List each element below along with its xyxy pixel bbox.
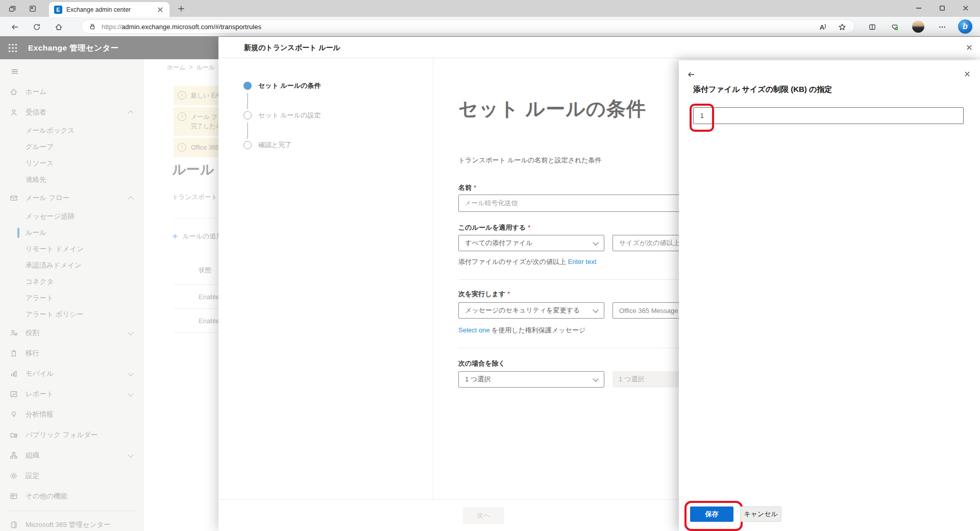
window-close-button[interactable] bbox=[957, 1, 975, 16]
mail-icon bbox=[10, 194, 18, 202]
wizard-step-3[interactable]: 確認と完了 bbox=[243, 141, 291, 149]
sidebar-item-recipients[interactable]: 受信者 bbox=[0, 102, 144, 123]
sidebar-item-resources[interactable]: リソース bbox=[0, 155, 144, 172]
info-icon: i bbox=[178, 91, 186, 100]
hamburger-menu-icon[interactable] bbox=[9, 66, 20, 77]
sidebar-item-label: 役割 bbox=[26, 328, 39, 337]
page-title: ルール bbox=[172, 160, 214, 179]
refresh-button[interactable] bbox=[30, 20, 43, 34]
sidebar-item-label: コネクタ bbox=[26, 277, 54, 286]
sidebar-item-roles[interactable]: 役割 bbox=[0, 323, 144, 343]
table-row[interactable]: Enable bbox=[174, 308, 218, 333]
reports-icon bbox=[10, 390, 18, 398]
back-button[interactable] bbox=[8, 20, 21, 34]
breadcrumb-home[interactable]: ホーム bbox=[167, 64, 186, 71]
url-text[interactable]: https://admin.exchange.microsoft.com/#/t… bbox=[102, 23, 261, 31]
next-button[interactable]: 次へ bbox=[463, 507, 504, 524]
cancel-button[interactable]: キャンセル bbox=[740, 506, 781, 522]
sidebar-item-m365-admin-center[interactable]: Microsoft 365 管理センター bbox=[0, 515, 144, 531]
window-minimize-button[interactable] bbox=[910, 1, 928, 16]
bing-copilot-icon[interactable]: b bbox=[958, 19, 972, 34]
select-one-link[interactable]: Select one bbox=[458, 326, 489, 334]
panel-back-arrow-icon[interactable] bbox=[685, 68, 697, 81]
sidebar-item-label: モバイル bbox=[26, 369, 54, 378]
sidebar-item-mail-flow[interactable]: メール フロー bbox=[0, 188, 144, 208]
settings-more-icon[interactable] bbox=[935, 20, 949, 34]
sidebar-item-accepted-domains[interactable]: 承認済みドメイン bbox=[0, 257, 144, 274]
alert-text: 新しい EAC で bbox=[191, 91, 218, 100]
sidebar-item-insights[interactable]: 分析情報 bbox=[0, 404, 144, 425]
split-screen-icon[interactable] bbox=[865, 20, 879, 34]
alert-banner-2: iメール フロー ル完了したら、E bbox=[174, 107, 218, 136]
chevron-down-icon bbox=[128, 370, 133, 376]
action-select[interactable]: メッセージのセキュリティを変更する bbox=[458, 302, 604, 319]
sidebar-item-groups[interactable]: グループ bbox=[0, 139, 144, 155]
enter-text-link[interactable]: Enter text bbox=[568, 258, 597, 266]
step-indicator bbox=[243, 111, 252, 119]
sidebar-item-label: ルール bbox=[26, 228, 46, 237]
sidebar-item-alerts[interactable]: アラート bbox=[0, 290, 144, 306]
sidebar-item-contacts[interactable]: 連絡先 bbox=[0, 172, 144, 188]
chevron-down-icon bbox=[593, 239, 598, 245]
apply-rule-label: このルールを適用する* bbox=[458, 223, 530, 232]
tab-actions-icon[interactable] bbox=[26, 2, 39, 15]
wizard-description: トランスポート ルールの名前と設定された条件 bbox=[458, 156, 602, 165]
sidebar-item-label: レポート bbox=[26, 390, 54, 399]
sidebar-item-public-folders[interactable]: パブリック フォルダー bbox=[0, 425, 144, 445]
table-row[interactable]: Enable bbox=[174, 284, 218, 308]
sidebar-item-message-trace[interactable]: メッセージ追跡 bbox=[0, 208, 144, 225]
new-tab-button[interactable] bbox=[174, 2, 188, 15]
panel-close-icon[interactable] bbox=[962, 68, 973, 80]
add-rule-button[interactable]: + ルールの追加 bbox=[172, 229, 218, 244]
wizard-step-2[interactable]: セット ルールの設定 bbox=[243, 111, 321, 119]
browser-home-button[interactable] bbox=[52, 20, 65, 34]
address-bar[interactable]: https://admin.exchange.microsoft.com/#/t… bbox=[81, 19, 855, 34]
sidebar-item-rules[interactable]: ルール bbox=[0, 225, 144, 241]
sidebar-item-label: ホーム bbox=[26, 87, 46, 96]
sidebar-item-settings[interactable]: 設定 bbox=[0, 466, 144, 486]
step-label: セット ルールの条件 bbox=[258, 81, 321, 90]
app-launcher-waffle-icon[interactable] bbox=[6, 41, 19, 54]
sidebar-item-label: メール フロー bbox=[26, 194, 69, 203]
apply-condition-select[interactable]: すべての添付ファイル bbox=[458, 235, 604, 251]
panel-title: 添付ファイル サイズの制限 (KB) の指定 bbox=[693, 85, 832, 94]
dialog-close-icon[interactable] bbox=[964, 42, 975, 53]
sidebar-item-alert-policies[interactable]: アラート ポリシー bbox=[0, 306, 144, 323]
folder-icon bbox=[10, 431, 18, 439]
browser-essentials-icon[interactable] bbox=[888, 20, 901, 34]
tab-close-icon[interactable] bbox=[156, 6, 164, 14]
alert-banner-3: iOffice 365 メ bbox=[174, 138, 218, 157]
workspaces-icon[interactable] bbox=[5, 2, 19, 15]
sidebar-item-label: 設定 bbox=[26, 471, 39, 480]
sidebar-item-mobile[interactable]: モバイル bbox=[0, 364, 144, 384]
sidebar-item-label: リモート ドメイン bbox=[26, 245, 84, 254]
sidebar-item-home[interactable]: ホーム bbox=[0, 82, 144, 102]
sidebar-item-label: アラート bbox=[26, 294, 54, 303]
window-maximize-button[interactable] bbox=[933, 1, 951, 16]
except-select[interactable]: 1 つ選択 bbox=[458, 371, 604, 388]
breadcrumb: ホーム>ルール bbox=[167, 63, 215, 72]
required-asterisk: * bbox=[528, 224, 530, 231]
sidebar-item-organization[interactable]: 組織 bbox=[0, 445, 144, 466]
wizard-step-1[interactable]: セット ルールの条件 bbox=[243, 82, 321, 90]
selected-indicator bbox=[17, 228, 19, 238]
profile-avatar[interactable] bbox=[912, 20, 924, 33]
rule-status: Enable bbox=[199, 317, 218, 325]
sidebar-item-mailboxes[interactable]: メールボックス bbox=[0, 123, 144, 139]
page-content: ホーム>ルール i新しい EAC でiメール フロー ル完了したら、EiOffi… bbox=[144, 59, 218, 531]
sidebar-item-remote-domains[interactable]: リモート ドメイン bbox=[0, 241, 144, 257]
sidebar-item-reports[interactable]: レポート bbox=[0, 384, 144, 404]
org-icon bbox=[10, 451, 18, 460]
size-limit-input[interactable]: 1 bbox=[693, 107, 964, 124]
sidebar-item-other-features[interactable]: その他の機能 bbox=[0, 486, 144, 506]
save-button[interactable]: 保存 bbox=[690, 506, 733, 522]
browser-tab[interactable]: E Exchange admin center bbox=[49, 2, 169, 17]
read-aloud-icon[interactable]: A) bbox=[817, 21, 829, 33]
divider bbox=[458, 279, 689, 280]
step-active-indicator bbox=[243, 82, 252, 90]
sidebar-item-label: パブリック フォルダー bbox=[26, 430, 98, 440]
plus-icon: + bbox=[172, 231, 178, 242]
sidebar-item-connectors[interactable]: コネクタ bbox=[0, 274, 144, 290]
sidebar-item-migration[interactable]: 移行 bbox=[0, 343, 144, 364]
favorites-star-icon[interactable] bbox=[836, 21, 848, 33]
